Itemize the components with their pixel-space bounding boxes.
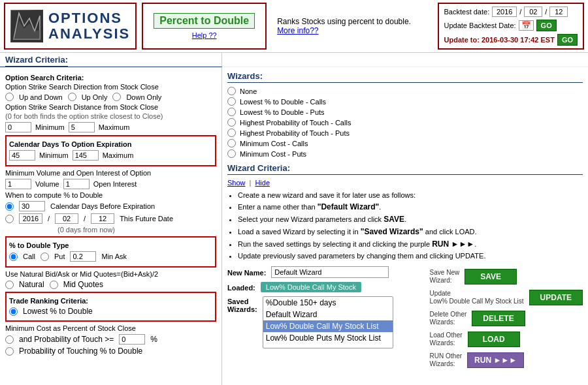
call-label: Call (23, 253, 35, 260)
saved-wizards-row: SavedWizards: %Double 150+ days Default … (227, 296, 419, 348)
main-layout: Option Search Criteria: Option Strike Se… (0, 67, 588, 385)
calendar-days-box: Calendar Days To Option Expiration Minim… (5, 135, 216, 166)
backtest-month-input[interactable] (524, 7, 542, 17)
future-date-label: This Future Date (120, 215, 173, 223)
future-day-input[interactable] (91, 213, 114, 224)
load-button[interactable]: LOAD (468, 331, 520, 347)
radio-30[interactable] (5, 202, 14, 211)
when-compute-label: When to compute % to Double (5, 191, 216, 199)
wizard-option-min-cost-calls: Minimum Cost - Calls (227, 139, 583, 147)
saved-wizards-list[interactable]: %Double 150+ days Default Wizard Low% Do… (263, 296, 393, 348)
backtest-label: Backtest date: (444, 8, 490, 16)
wizard-criteria-title: Wizard Criteria: (227, 163, 583, 175)
saved-item-4[interactable]: Low% Double Puts My Stock List (263, 332, 393, 344)
wizard-right-buttons: Save New Wizard: SAVE Update Low% Double… (430, 266, 583, 369)
logo-area: OPTIONS ANALYSIS (4, 3, 137, 50)
cal-before-exp-label: Calendar Days Before Expiration (50, 202, 155, 210)
radio-min-cost[interactable] (5, 335, 14, 344)
delete-row: Delete Other Wizards: DELETE (430, 311, 583, 326)
header: OPTIONS ANALYSIS Percent to Double Help … (0, 0, 588, 53)
radio-lowest-calls[interactable] (227, 97, 236, 106)
radio-highest-prob-calls[interactable] (227, 118, 236, 127)
wizard-instructions: Create a new wizard and save it for late… (238, 191, 583, 261)
saved-item-2[interactable]: Default Wizard (263, 309, 393, 320)
load-label: Load Other (430, 331, 463, 339)
radio-natural[interactable] (5, 281, 14, 289)
pct-double-type-label: % to Double Type (9, 241, 212, 249)
save-button[interactable]: SAVE (465, 269, 517, 285)
radio-highest-prob-puts[interactable] (227, 129, 236, 137)
calendar-icon[interactable]: 📅 (519, 20, 534, 31)
show-hide-row: Show | Hide (227, 179, 583, 187)
go2-button[interactable]: GO (557, 34, 578, 46)
load-row: Load Other Wizards: LOAD (430, 331, 583, 347)
saved-item-1[interactable]: %Double 150+ days (263, 297, 393, 309)
radio-down-only[interactable] (112, 93, 121, 101)
oi-unit: Open Interest (93, 180, 137, 188)
percent-double-title: Percent to Double (154, 13, 255, 29)
radio-none[interactable] (227, 87, 236, 95)
save-desc: Save New Wizard: (430, 269, 460, 285)
wizard-left-form: New Name: Loaded: Low% Double Call My St… (227, 266, 419, 369)
go-button[interactable]: GO (536, 20, 557, 31)
radio-up-only[interactable] (68, 93, 76, 101)
radio-min-cost-puts[interactable] (227, 149, 236, 158)
cal-max-input[interactable] (73, 150, 99, 161)
saved-item-3[interactable]: Low% Double Call My Stock List (263, 320, 393, 332)
option-search-title: Option Search Criteria: (5, 74, 216, 82)
radio-lowest-pct[interactable] (9, 307, 18, 316)
backtest-year-input[interactable] (492, 7, 517, 17)
trade-ranking-box: Trade Ranking Criteria: Lowest % to Doub… (5, 292, 216, 322)
oi-input[interactable] (63, 179, 90, 189)
instruction-1: Create a new wizard and save it for late… (238, 191, 583, 200)
run-button[interactable]: RUN ►►► (467, 352, 524, 368)
future-year-input[interactable] (19, 213, 42, 224)
radio-call[interactable] (9, 253, 18, 261)
save-new-label: Save New (430, 269, 460, 277)
run-desc: RUN Other Wizards: (430, 352, 462, 368)
update-list-label: Low% Double Call My Stock List (430, 298, 524, 305)
instruction-3: Select your new Wizard parameters and cl… (238, 214, 583, 225)
ranks-desc-text: Ranks Stocks using percent to double. (277, 17, 411, 26)
delete-button[interactable]: DELETE (472, 311, 525, 326)
cal-days-before-input[interactable] (19, 201, 45, 211)
hide-link[interactable]: Hide (255, 179, 270, 187)
strike-max-input[interactable] (69, 122, 95, 132)
wizard-option-lowest-calls: Lowest % to Double - Calls (227, 97, 583, 106)
update-row: Update Low% Double Call My Stock List UP… (430, 290, 583, 305)
min-ask-input[interactable] (70, 251, 96, 262)
more-info-link[interactable]: More info?? (277, 26, 411, 35)
radio-prob-touch[interactable] (5, 347, 14, 356)
logo-image (10, 10, 43, 42)
trade-ranking-title: Trade Ranking Criteria: (9, 297, 212, 305)
wizard-options-list: None Lowest % to Double - Calls Lowest %… (227, 87, 583, 158)
radio-mid[interactable] (50, 281, 58, 289)
cal-min-input[interactable] (9, 150, 35, 161)
help-link[interactable]: Help ?? (192, 31, 217, 39)
show-link[interactable]: Show (227, 179, 246, 187)
update-backtest-label: Update Backtest Date: (444, 22, 516, 29)
radio-min-cost-calls[interactable] (227, 139, 236, 147)
update-label: Update (430, 290, 524, 298)
radio-future-date[interactable] (5, 215, 14, 223)
radio-lowest-puts[interactable] (227, 108, 236, 116)
volume-input[interactable] (5, 179, 31, 189)
backtest-date-row: Backtest date: / / (444, 7, 578, 17)
backtest-day-input[interactable] (549, 7, 568, 17)
run-row: RUN Other Wizards: RUN ►►► (430, 352, 583, 368)
radio-put[interactable] (41, 253, 49, 261)
new-name-input[interactable] (271, 266, 389, 278)
strike-direction-radio-row: Up and Down Up Only Down Only (5, 93, 216, 101)
future-month-input[interactable] (55, 213, 78, 224)
update-button[interactable]: UPDATE (529, 290, 583, 305)
strike-min-input[interactable] (5, 122, 31, 132)
prob-val-input[interactable] (119, 334, 145, 345)
wizard-option-lowest-puts: Lowest % to Double - Puts (227, 108, 583, 116)
min-cost-label: Minimum Cost as Percent of Stock Close (5, 324, 216, 332)
wizard-criteria-section: Wizard Criteria: Show | Hide Create a ne… (227, 163, 583, 369)
left-panel: Option Search Criteria: Option Strike Se… (0, 67, 222, 385)
radio-up-down[interactable] (5, 93, 14, 101)
pct-type-radio-row: Call Put Min Ask (9, 251, 212, 262)
wizard-option-highest-prob-puts: Highest Probability of Touch - Puts (227, 129, 583, 137)
load-wizards-label: Wizards: (430, 339, 463, 347)
